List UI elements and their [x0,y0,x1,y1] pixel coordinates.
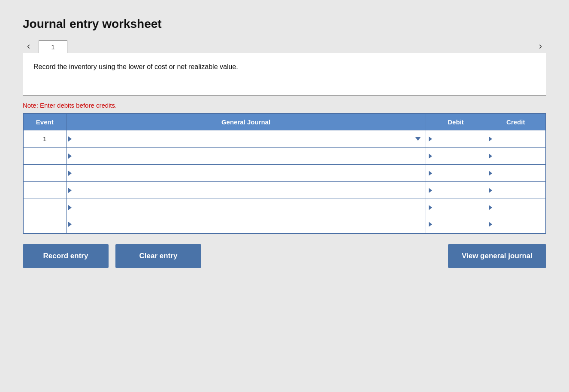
col-header-debit: Debit [426,114,486,130]
gj-input-1[interactable] [72,130,426,147]
debit-triangle-3 [429,171,432,176]
debit-input-1[interactable] [426,130,486,147]
page-title: Journal entry worksheet [23,17,546,31]
debit-cell-4 [426,182,486,199]
col-header-event: Event [23,114,66,130]
table-body: 1 [23,130,546,233]
credit-input-2[interactable] [486,148,546,164]
gj-cell-6 [66,216,426,233]
gj-cell-5 [66,199,426,216]
journal-table: Event General Journal Debit Credit 1 [23,113,546,234]
debit-triangle-2 [429,154,432,159]
gj-input-2[interactable] [72,148,426,164]
table-row [23,216,546,233]
triangle-left-icon [68,154,72,159]
triangle-left-icon [68,222,72,227]
credit-input-6[interactable] [486,216,546,233]
debit-input-4[interactable] [426,182,486,199]
table-row: 1 [23,130,546,148]
table-header: Event General Journal Debit Credit [23,114,546,130]
col-header-credit: Credit [486,114,546,130]
debit-triangle-5 [429,205,432,210]
record-entry-button[interactable]: Record entry [23,244,109,268]
clear-entry-button[interactable]: Clear entry [115,244,201,268]
dropdown-icon-1[interactable] [415,137,421,141]
credit-input-5[interactable] [486,199,546,216]
main-container: Journal entry worksheet ‹ 1 › Record the… [14,13,555,272]
credit-triangle-2 [489,154,492,159]
table-row [23,182,546,199]
debit-cell-1 [426,130,486,148]
debit-cell-2 [426,148,486,165]
view-general-journal-button[interactable]: View general journal [448,244,546,268]
event-cell-4 [23,182,66,199]
debit-triangle-1 [429,136,432,142]
gj-cell-1 [66,130,426,148]
gj-cell-4 [66,182,426,199]
note-text: Note: Enter debits before credits. [23,102,546,109]
debit-cell-5 [426,199,486,216]
table-row [23,199,546,216]
instructions-text: Record the inventory using the lower of … [33,63,238,70]
credit-triangle-1 [489,136,492,142]
credit-cell-6 [486,216,546,233]
debit-cell-6 [426,216,486,233]
credit-cell-2 [486,148,546,165]
triangle-left-icon [68,136,72,142]
credit-input-4[interactable] [486,182,546,199]
credit-input-3[interactable] [486,165,546,181]
button-row: Record entry Clear entry View general jo… [23,244,546,268]
triangle-left-icon [68,171,72,176]
tab-1[interactable]: 1 [39,40,67,53]
event-cell-3 [23,165,66,182]
debit-triangle-4 [429,188,432,193]
credit-cell-3 [486,165,546,182]
event-cell-6 [23,216,66,233]
triangle-left-icon [68,205,72,210]
debit-cell-3 [426,165,486,182]
credit-triangle-4 [489,188,492,193]
credit-triangle-3 [489,171,492,176]
tab-nav-wrapper: ‹ 1 › [23,39,546,53]
debit-input-5[interactable] [426,199,486,216]
debit-input-6[interactable] [426,216,486,233]
event-cell-1: 1 [23,130,66,148]
credit-cell-4 [486,182,546,199]
credit-cell-1 [486,130,546,148]
gj-input-4[interactable] [72,182,426,199]
event-cell-5 [23,199,66,216]
debit-input-3[interactable] [426,165,486,181]
prev-tab-button[interactable]: ‹ [23,39,34,53]
table-row [23,148,546,165]
debit-input-2[interactable] [426,148,486,164]
next-tab-button[interactable]: › [535,39,546,53]
gj-input-3[interactable] [72,165,426,181]
event-cell-2 [23,148,66,165]
credit-input-1[interactable] [486,130,546,147]
table-row [23,165,546,182]
gj-cell-3 [66,165,426,182]
col-header-general-journal: General Journal [66,114,426,130]
credit-triangle-5 [489,205,492,210]
gj-input-6[interactable] [72,216,426,233]
credit-cell-5 [486,199,546,216]
triangle-left-icon [68,188,72,193]
instructions-box: Record the inventory using the lower of … [23,53,546,96]
gj-input-5[interactable] [72,199,426,216]
credit-triangle-6 [489,222,492,227]
gj-cell-2 [66,148,426,165]
debit-triangle-6 [429,222,432,227]
